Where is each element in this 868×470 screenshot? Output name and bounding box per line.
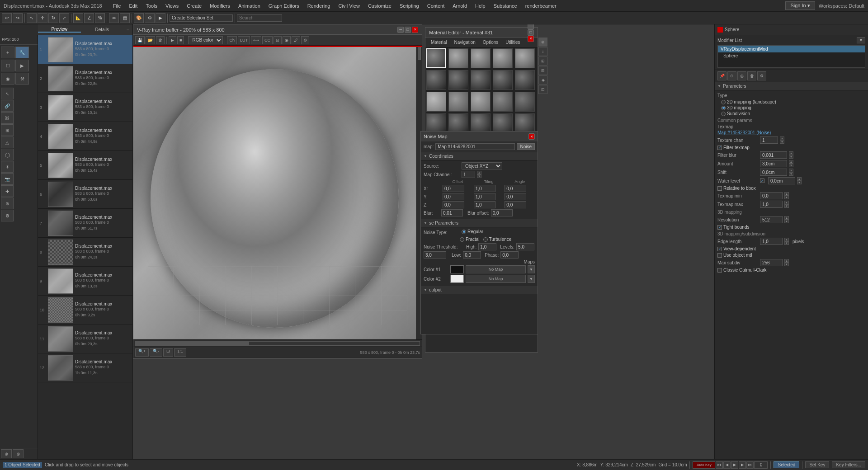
fb-1to1-button[interactable]: 1:1	[174, 348, 186, 357]
history-item-10[interactable]: 10 Displacement.max 583 x 800, frame 00h…	[38, 296, 132, 324]
menu-arnold[interactable]: Arnold	[449, 2, 471, 9]
motion-panel-icon[interactable]: ▶	[15, 60, 29, 71]
edge-length-down[interactable]: ▼	[784, 241, 789, 245]
pin-stack-button[interactable]: 📌	[717, 71, 726, 80]
parameters-section-header[interactable]: Parameters	[715, 82, 868, 90]
shift-up[interactable]: ▲	[789, 169, 793, 172]
mat-sphere-9[interactable]	[493, 70, 513, 90]
mat-sphere-15[interactable]	[515, 92, 535, 112]
mat-sphere-4[interactable]	[493, 48, 513, 68]
mat-sphere-19[interactable]	[493, 113, 513, 133]
history-item-1[interactable]: 1 Displacement.max 583 x 800, frame 00h …	[38, 35, 132, 64]
frame-number-input[interactable]	[754, 461, 768, 469]
fb-lens-button[interactable]: ◉	[283, 36, 291, 44]
fb-history-button[interactable]: ⊡	[274, 36, 282, 44]
y-tiling-input[interactable]	[474, 193, 495, 200]
mat-menu-options[interactable]: Options	[479, 39, 502, 46]
fb-clear-button[interactable]: 🗑	[156, 36, 165, 44]
edge-length-input[interactable]	[760, 238, 783, 245]
history-menu-btn[interactable]: ≡	[123, 25, 132, 34]
resolution-input[interactable]	[760, 216, 783, 223]
color1-swatch[interactable]	[450, 265, 464, 273]
menu-civil-view[interactable]: Civil View	[335, 2, 363, 9]
percent-snap-button[interactable]: %	[95, 13, 105, 23]
history-item-2[interactable]: 2 Displacement.max 583 x 800, frame 00h …	[38, 64, 132, 93]
use-object-mtl-checkbox-item[interactable]: Use object mtl	[717, 253, 752, 258]
levels-input[interactable]	[516, 243, 534, 250]
camera-tool-icon[interactable]: 📷	[1, 173, 14, 185]
x-angle-input[interactable]	[505, 185, 526, 192]
sign-in-button[interactable]: Sign In ▾	[785, 1, 815, 10]
select-tool-icon[interactable]: ↖	[1, 88, 14, 99]
tight-bounds-checkbox-item[interactable]: Tight bounds	[717, 225, 749, 230]
water-level-down[interactable]: ▼	[797, 181, 802, 184]
hscroll-bar[interactable]	[135, 341, 420, 346]
move-button[interactable]: ✛	[38, 13, 47, 23]
auto-key-button[interactable]: Auto Key	[693, 461, 715, 469]
search-field[interactable]	[237, 14, 282, 22]
bottom-icon-1[interactable]: ⊕	[1, 449, 12, 458]
details-tab[interactable]: Details	[81, 27, 124, 32]
fb-render-button[interactable]: ▶	[169, 36, 176, 44]
menu-modifiers[interactable]: Modifiers	[206, 2, 234, 9]
fb-lut-button[interactable]: LUT	[238, 36, 250, 44]
mat-sphere-6[interactable]	[426, 70, 446, 90]
shift-input[interactable]	[760, 169, 787, 176]
amount-down[interactable]: ▼	[789, 164, 793, 167]
hierarchy-tool-icon[interactable]: ⊞	[1, 124, 14, 136]
texture-chan-input[interactable]	[760, 136, 778, 144]
water-level-up[interactable]: ▲	[797, 177, 802, 181]
create-panel-icon[interactable]: +	[1, 47, 14, 58]
z-tiling-input[interactable]	[474, 201, 495, 208]
menu-help[interactable]: Help	[472, 2, 489, 9]
fb-channels-button[interactable]: Ch	[227, 36, 237, 44]
mat-sphere-13[interactable]	[471, 92, 491, 112]
undo-button[interactable]: ↩	[2, 13, 12, 23]
modifier-list-dropdown[interactable]: ▼	[857, 37, 865, 43]
mat-side-icon-5[interactable]: ◈	[538, 75, 547, 85]
x-tiling-input[interactable]	[474, 185, 495, 192]
resolution-down[interactable]: ▼	[784, 220, 789, 223]
play-button[interactable]: ▶	[731, 461, 738, 469]
modify-panel-icon[interactable]: 🔧	[15, 47, 29, 58]
fb-stop-button[interactable]: ■	[177, 36, 184, 44]
texmap-min-input[interactable]	[760, 192, 783, 199]
noise-panel-close-button[interactable]: ✕	[528, 133, 535, 140]
frame-last-button[interactable]: ⏭	[746, 461, 754, 469]
make-unique-button[interactable]: ◎	[737, 71, 746, 80]
frame-first-button[interactable]: ⏮	[716, 461, 723, 469]
blur-offset-input[interactable]	[491, 209, 513, 216]
fb-settings-button[interactable]: ⚙	[301, 36, 309, 44]
mat-sphere-1[interactable]	[426, 48, 446, 68]
utilities-panel-icon[interactable]: ⚒	[15, 73, 29, 85]
regular-radio[interactable]: Regular	[462, 229, 483, 234]
mat-sphere-3[interactable]	[471, 48, 491, 68]
set-key-button[interactable]: Set Key	[805, 461, 829, 468]
source-dropdown[interactable]: Object XYZ	[462, 162, 502, 169]
geometry-tool-icon[interactable]: △	[1, 136, 14, 148]
frame-next-button[interactable]: ▶	[739, 461, 746, 469]
menu-tools[interactable]: Tools	[142, 2, 161, 9]
y-angle-input[interactable]	[505, 193, 526, 200]
type-2d-radio[interactable]: 2D mapping (landscape)	[721, 99, 865, 104]
history-item-11[interactable]: 11 Displacement.max 583 x 800, frame 00h…	[38, 324, 132, 353]
key-filters-button[interactable]: Key Filters...	[832, 461, 865, 468]
z-angle-input[interactable]	[505, 201, 526, 208]
align-button[interactable]: ▤	[120, 13, 130, 23]
vray-displacement-modifier[interactable]: VRayDisplacementMod	[718, 46, 865, 52]
map-channel-up[interactable]: ▲	[477, 171, 481, 174]
color2-swatch[interactable]	[450, 275, 464, 283]
filter-blur-up[interactable]: ▲	[789, 151, 793, 155]
fb-zoom-out-button[interactable]: 🔍-	[150, 348, 162, 357]
view-dependent-checkbox-item[interactable]: View-dependent	[717, 246, 756, 251]
light-tool-icon[interactable]: ☀	[1, 161, 14, 173]
blur-input[interactable]	[441, 209, 463, 216]
mat-side-icon-4[interactable]: ⊟	[538, 66, 547, 75]
mat-sphere-12[interactable]	[448, 92, 468, 112]
create-selection-set[interactable]	[170, 14, 233, 22]
low-input[interactable]	[463, 251, 481, 258]
filter-blur-input[interactable]	[760, 151, 787, 159]
mat-sphere-18[interactable]	[471, 113, 491, 133]
mat-editor-close-button[interactable]: ✕	[528, 36, 534, 42]
menu-file[interactable]: File	[109, 2, 125, 9]
